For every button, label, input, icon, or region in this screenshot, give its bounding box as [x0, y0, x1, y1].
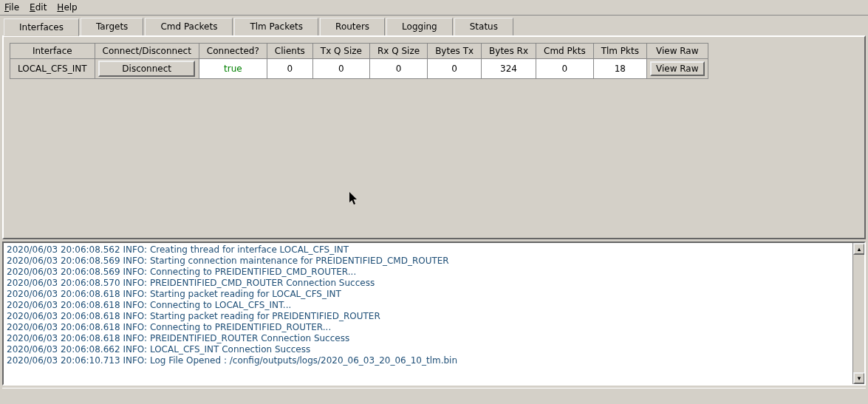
col-bytestx: Bytes Tx	[428, 44, 482, 59]
tab-cmd-packets[interactable]: Cmd Packets	[145, 18, 233, 35]
tab-logging[interactable]: Logging	[386, 18, 453, 35]
cell-clients: 0	[267, 59, 312, 79]
log-line: 2020/06/03 20:06:08.618 INFO: Starting p…	[7, 311, 861, 322]
log-scrollbar[interactable]: ▴ ▾	[852, 243, 864, 384]
menu-file[interactable]: File	[3, 1, 21, 13]
tab-status[interactable]: Status	[454, 18, 513, 35]
cell-bytestx: 0	[428, 59, 482, 79]
log-content: 2020/06/03 20:06:08.562 INFO: Creating t…	[4, 243, 864, 368]
cell-bytesrx: 324	[482, 59, 536, 79]
tabbar: Interfaces Targets Cmd Packets Tlm Packe…	[0, 16, 868, 35]
log-line: 2020/06/03 20:06:08.569 INFO: Starting c…	[7, 256, 861, 267]
col-viewraw: View Raw	[646, 44, 708, 59]
log-line: 2020/06/03 20:06:08.618 INFO: PREIDENTIF…	[7, 333, 861, 344]
col-tlmpkts: Tlm Pkts	[593, 44, 646, 59]
scroll-down-icon[interactable]: ▾	[853, 372, 865, 384]
menu-edit[interactable]: Edit	[28, 1, 48, 13]
tab-routers[interactable]: Routers	[320, 18, 385, 35]
tab-tlm-packets[interactable]: Tlm Packets	[234, 18, 318, 35]
cell-txq: 0	[312, 59, 369, 79]
disconnect-button[interactable]: Disconnect	[98, 61, 195, 77]
view-raw-button[interactable]: View Raw	[650, 61, 705, 76]
cell-cmdpkts: 0	[536, 59, 594, 79]
col-cmdpkts: Cmd Pkts	[536, 44, 594, 59]
menubar: File Edit Help	[0, 0, 868, 16]
table-row: LOCAL_CFS_INT Disconnect true 0 0 0 0 32…	[10, 59, 708, 79]
log-line: 2020/06/03 20:06:08.662 INFO: LOCAL_CFS_…	[7, 344, 861, 355]
col-txq: Tx Q Size	[312, 44, 369, 59]
status-bar	[2, 388, 866, 403]
interfaces-table: Interface Connect/Disconnect Connected? …	[10, 43, 708, 79]
col-clients: Clients	[267, 44, 312, 59]
tab-interfaces[interactable]: Interfaces	[4, 18, 79, 36]
cell-rxq: 0	[369, 59, 427, 79]
log-line: 2020/06/03 20:06:08.569 INFO: Connecting…	[7, 267, 861, 278]
col-connect: Connect/Disconnect	[95, 44, 199, 59]
log-line: 2020/06/03 20:06:08.562 INFO: Creating t…	[7, 244, 861, 256]
log-line: 2020/06/03 20:06:08.618 INFO: Connecting…	[7, 322, 861, 333]
col-rxq: Rx Q Size	[369, 44, 427, 59]
col-connected: Connected?	[199, 44, 267, 59]
scroll-up-icon[interactable]: ▴	[853, 243, 865, 255]
log-line: 2020/06/03 20:06:08.618 INFO: Connecting…	[7, 300, 861, 311]
log-line: 2020/06/03 20:06:08.570 INFO: PREIDENTIF…	[7, 278, 861, 289]
col-interface: Interface	[10, 44, 95, 59]
cell-connected: true	[199, 59, 267, 79]
tab-targets[interactable]: Targets	[81, 18, 143, 35]
log-panel: 2020/06/03 20:06:08.562 INFO: Creating t…	[2, 242, 866, 386]
cell-tlmpkts: 18	[593, 59, 646, 79]
menu-help[interactable]: Help	[55, 1, 78, 13]
interfaces-panel: Interface Connect/Disconnect Connected? …	[2, 35, 866, 239]
col-bytesrx: Bytes Rx	[482, 44, 536, 59]
cell-interface-name: LOCAL_CFS_INT	[10, 59, 95, 79]
log-line: 2020/06/03 20:06:08.618 INFO: Starting p…	[7, 289, 861, 300]
log-line: 2020/06/03 20:06:10.713 INFO: Log File O…	[7, 355, 861, 366]
